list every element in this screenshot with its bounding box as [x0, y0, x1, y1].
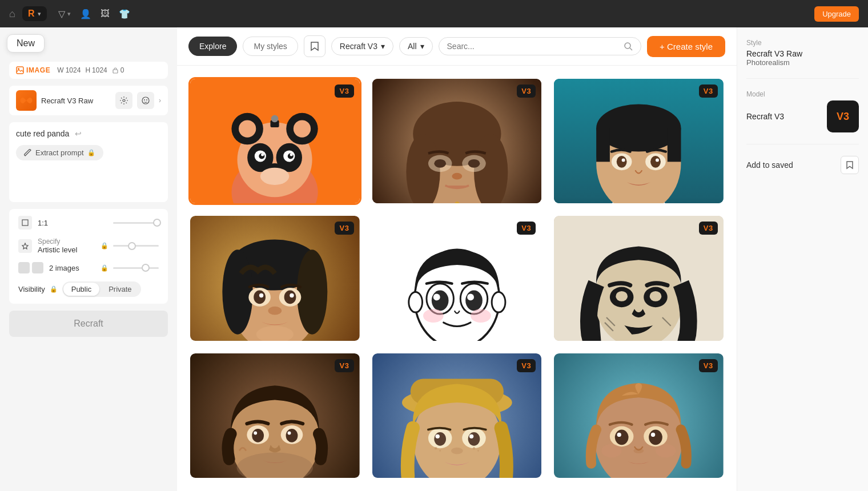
- v3-badge-realistic-male: V3: [335, 359, 353, 372]
- svg-point-67: [259, 293, 263, 297]
- model-dropdown-label: Recraft V3: [340, 42, 377, 51]
- artistic-row: Specify Artistic level 🔒: [18, 238, 159, 254]
- v3-badge-linocut: V3: [699, 222, 718, 235]
- svg-point-119: [477, 450, 479, 452]
- svg-point-4: [142, 97, 149, 104]
- style-card-image-line-fill: V3: [372, 216, 542, 342]
- my-styles-tab[interactable]: My styles: [243, 37, 298, 56]
- v3-badge-recraft-v3-raw: V3: [335, 84, 353, 98]
- v3-badge-vector-art: V3: [699, 84, 718, 98]
- gallery-icon-btn[interactable]: 🖼: [101, 9, 110, 19]
- style-card-line-fill[interactable]: V3 Line & Fill: [371, 214, 544, 342]
- blonde-female-portrait: [372, 353, 542, 480]
- svg-point-1: [18, 68, 19, 70]
- image-controls-row: IMAGE W 1024 H 1024 0: [9, 62, 168, 79]
- lock-count: 0: [112, 66, 124, 74]
- artistic-lock-icon: 🔒: [101, 242, 108, 249]
- height-label: H: [85, 66, 90, 74]
- filter-chevron: ▾: [420, 42, 424, 51]
- model-selector[interactable]: Recraft V3 Raw ›: [9, 86, 168, 115]
- svg-point-131: [656, 444, 676, 457]
- settings-icon-btn[interactable]: [115, 92, 132, 109]
- svg-point-90: [650, 291, 662, 301]
- add-to-saved-label: Add to saved: [746, 160, 793, 170]
- style-card-vector-art[interactable]: V3 Vector art: [552, 77, 725, 205]
- images-slider[interactable]: 🔒: [101, 264, 159, 272]
- add-to-saved-row: Add to saved: [746, 156, 859, 174]
- artistic-slider[interactable]: 🔒: [101, 242, 159, 249]
- explore-tab[interactable]: Explore: [188, 37, 237, 56]
- upgrade-button[interactable]: Upgrade: [814, 6, 859, 22]
- svg-point-128: [651, 432, 655, 436]
- images-count-label: 2 images: [49, 264, 79, 272]
- svg-rect-7: [22, 220, 28, 226]
- search-box: [439, 37, 642, 55]
- svg-point-53: [617, 156, 627, 168]
- model-v3-badge: V3: [827, 100, 859, 132]
- topbar-tools: ▽ ▾ 👤 🖼 👕: [58, 9, 130, 19]
- logo-button[interactable]: R ▾: [22, 6, 47, 21]
- svg-rect-2: [113, 70, 118, 73]
- apparel-icon-btn[interactable]: 👕: [119, 9, 130, 19]
- style-card-linocut[interactable]: V3 Linocut: [552, 214, 725, 342]
- model-dropdown[interactable]: Recraft V3 ▾: [331, 37, 393, 55]
- style-card-image-realistic-male: V3: [190, 353, 360, 480]
- svg-point-116: [435, 447, 437, 449]
- visibility-row: Visibility 🔒 Public Private: [18, 281, 159, 297]
- add-to-saved-button[interactable]: [841, 156, 859, 174]
- svg-point-5: [144, 99, 145, 100]
- styles-grid: V3 Recraft V3 Raw: [177, 66, 737, 491]
- private-button[interactable]: Private: [101, 283, 139, 296]
- model-row: Recraft V3 V3: [746, 100, 859, 132]
- style-card-illustration[interactable]: V3 Illustration: [188, 214, 361, 342]
- style-card-photorealism[interactable]: V3 Photorealism: [371, 77, 544, 205]
- style-card-realistic-male[interactable]: V3: [188, 352, 361, 480]
- svg-point-129: [634, 448, 644, 453]
- visibility-toggle: Public Private: [62, 281, 141, 297]
- style-card-recraft-v3-raw[interactable]: V3 Recraft V3 Raw: [188, 77, 361, 205]
- style-card-blonde-female[interactable]: V3: [371, 352, 544, 480]
- recraft-button[interactable]: Recraft: [9, 311, 168, 337]
- svg-point-65: [254, 291, 266, 304]
- new-badge: New: [7, 34, 45, 53]
- svg-point-83: [471, 309, 491, 323]
- svg-point-126: [649, 429, 662, 445]
- svg-point-41: [468, 159, 480, 168]
- svg-point-113: [435, 434, 439, 438]
- svg-point-75: [492, 292, 505, 313]
- svg-point-115: [451, 447, 463, 454]
- svg-point-55: [622, 158, 625, 162]
- height-value[interactable]: 1024: [92, 66, 107, 74]
- logo-icon: R: [28, 9, 35, 19]
- right-divider-2: [746, 144, 859, 144]
- face-icon-btn[interactable]: [137, 92, 154, 109]
- svg-point-79: [465, 291, 483, 311]
- prompt-area[interactable]: cute red panda ↩ Extract prompt 🔒: [9, 122, 168, 202]
- style-card-image-photorealism: V3: [372, 79, 542, 205]
- svg-point-14: [239, 120, 256, 138]
- filter-icon-btn[interactable]: ▽ ▾: [58, 9, 71, 19]
- home-icon[interactable]: ⌂: [9, 8, 15, 20]
- user-icon-btn[interactable]: 👤: [80, 9, 91, 19]
- svg-point-117: [439, 450, 441, 452]
- svg-point-56: [656, 158, 659, 162]
- width-value[interactable]: 1024: [66, 66, 81, 74]
- svg-point-23: [290, 154, 293, 156]
- svg-point-89: [616, 291, 628, 301]
- filter-dropdown[interactable]: All ▾: [399, 37, 433, 55]
- images-lock-icon: 🔒: [101, 264, 108, 272]
- create-style-button[interactable]: + Create style: [647, 36, 725, 57]
- saved-styles-button[interactable]: [304, 35, 326, 57]
- artistic-label: Artistic level: [38, 246, 77, 254]
- svg-point-25: [260, 168, 289, 185]
- artistic-icon: [18, 239, 32, 253]
- public-button[interactable]: Public: [63, 283, 99, 296]
- v3-badge-blonde-female: V3: [517, 359, 536, 372]
- style-card-young-male[interactable]: V3: [552, 352, 725, 480]
- filter-label: All: [408, 42, 417, 51]
- ratio-slider[interactable]: [108, 222, 159, 224]
- controls-section: 1:1 Specify Artistic level: [9, 209, 168, 304]
- extract-prompt-button[interactable]: Extract prompt 🔒: [16, 145, 103, 160]
- svg-point-68: [290, 293, 294, 297]
- search-input[interactable]: [447, 42, 620, 51]
